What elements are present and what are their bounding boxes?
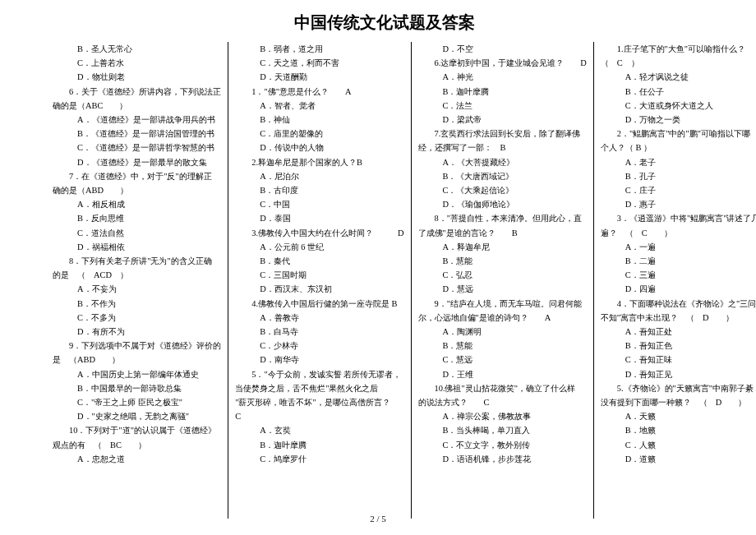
text-line: C．大道或身怀大道之人: [601, 99, 756, 113]
text-line: D．语语机锋，步步莲花: [418, 452, 587, 466]
text-line: 6.达摩初到中国，于建业城会见谁？ D: [418, 56, 587, 70]
text-line: D．不空: [418, 42, 587, 56]
text-line: 5．"今于众前，发诚实誓 若所传无谬者，: [235, 367, 403, 381]
text-line: D．惠子: [601, 197, 756, 211]
text-line: 2．"鲲鹏寓言"中的"鹏"可喻指以下哪: [601, 127, 756, 141]
text-line: A．释迦牟尼: [418, 240, 587, 254]
text-line: 9．"结庐在人境，而无车马喧。问君何能: [418, 297, 587, 311]
page-number: 2 / 5: [0, 514, 756, 523]
text-line: A．《道德经》是一部讲战争用兵的书: [53, 113, 221, 127]
text-line: B．《道德经》是一部讲治国管理的书: [53, 127, 221, 141]
text-line: D．天道酬勤: [235, 70, 403, 84]
text-line: D．吾知正见: [601, 367, 756, 381]
text-line: 3.佛教传入中国大约在什么时间？ D: [235, 226, 403, 240]
text-line: B．弱者，道之用: [235, 42, 403, 56]
text-line: C．慧远: [418, 353, 587, 367]
text-line: 1.庄子笔下的"大鱼"可以喻指什么？: [601, 42, 756, 56]
text-line: B．古印度: [235, 183, 403, 197]
text-line: D．物壮则老: [53, 70, 221, 84]
text-line: 遍？ （ C ）: [601, 226, 756, 240]
text-line: A．老子: [601, 155, 756, 169]
text-line: 2.释迦牟尼是那个国家的人？B: [235, 155, 403, 169]
text-line: 4．下面哪种说法在《齐物论》之"三问三: [601, 297, 756, 311]
text-line: A．轻才讽说之徒: [601, 70, 756, 84]
text-line: C．庄子: [601, 183, 756, 197]
text-line: B．白马寺: [235, 325, 403, 339]
text-line: B．地籁: [601, 423, 756, 437]
text-line: B．反向思维: [53, 211, 221, 225]
text-line: C．道法自然: [53, 226, 221, 240]
text-line: D．《瑜伽师地论》: [418, 197, 587, 211]
text-line: A．陶渊明: [418, 325, 587, 339]
text-line: A．尼泊尔: [235, 169, 403, 183]
text-line: A．天籁: [601, 409, 756, 423]
text-line: 观点的有 （ BC ）: [53, 438, 221, 452]
text-line: D．慧远: [418, 282, 587, 296]
text-line: B．神仙: [235, 113, 403, 127]
text-line: B．圣人无常心: [53, 42, 221, 56]
text-line: D．祸福相依: [53, 240, 221, 254]
text-line: C．人籁: [601, 438, 756, 452]
text-line: D．传说中的人物: [235, 141, 403, 155]
text-line: 的说法方式？ C: [418, 395, 587, 409]
text-line: 当使焚身之后，舌不焦烂"果然火化之后: [235, 381, 403, 395]
text-line: 5.《齐物论》的"天籁寓言"中南郭子綦: [601, 381, 756, 395]
text-line: C．《大乘起信论》: [418, 183, 587, 197]
text-line: B．迦叶摩腾: [418, 85, 587, 99]
text-line: D．万物之一类: [601, 113, 756, 127]
text-line: 8．下列有关老子所讲"无为"的含义正确: [53, 254, 221, 268]
text-line: D．西汉末、东汉初: [235, 282, 403, 296]
text-line: A．玄奘: [235, 423, 403, 437]
text-line: 是 （ABD ）: [53, 353, 221, 367]
text-line: C．上善若水: [53, 56, 221, 70]
text-line: 9．下列选项中不属于对《道德经》评价的: [53, 339, 221, 353]
text-line: C．"帝王之上师 臣民之极宝": [53, 395, 221, 409]
page-title: 中国传统文化试题及答案: [46, 12, 723, 34]
text-line: 尔，心远地自偏"是谁的诗句？ A: [418, 311, 587, 325]
text-line: B．任公子: [601, 85, 756, 99]
text-line: A．智者、觉者: [235, 99, 403, 113]
text-line: D．"史家之绝唱，无韵之离骚": [53, 409, 221, 423]
text-line: C．少林寺: [235, 339, 403, 353]
text-line: "薪灭形碎，唯舌不坏"，是哪位高僧所言？: [235, 395, 403, 409]
text-line: 个人？（ B ）: [601, 141, 756, 155]
text-line: 没有提到下面哪一种籁？ （ D ）: [601, 395, 756, 409]
text-line: B．慧能: [418, 254, 587, 268]
text-line: C．天之道，利而不害: [235, 56, 403, 70]
text-line: A．吾知正处: [601, 325, 756, 339]
text-line: 的是 （ ACD ）: [53, 268, 221, 282]
text-line: B．慧能: [418, 339, 587, 353]
text-line: 1．"佛"意思是什么？ A: [235, 85, 403, 99]
text-line: 3．《逍遥游》中将"鲲鹏寓言"讲述了几: [601, 211, 756, 225]
text-line: A．不妄为: [53, 282, 221, 296]
text-line: 8．"菩提自性，本来清净。但用此心，直: [418, 211, 587, 225]
text-line: 7．在《道德经》中，对于"反"的理解正: [53, 169, 221, 183]
text-line: C: [235, 409, 403, 423]
text-line: D．泰国: [235, 211, 403, 225]
text-line: 7.玄奘西行求法回到长安后，除了翻译佛: [418, 127, 587, 141]
text-line: A．神光: [418, 70, 587, 84]
text-line: C．不立文字，教外别传: [418, 438, 587, 452]
text-line: A．公元前 6 世纪: [235, 240, 403, 254]
text-line: 10.佛祖"灵山拈花微笑"，确立了什么样: [418, 381, 587, 395]
text-line: 6．关于《道德经》所讲内容，下列说法正: [53, 85, 221, 99]
text-line: D．四遍: [601, 282, 756, 296]
text-line: B．不作为: [53, 297, 221, 311]
text-line: D．王维: [418, 367, 587, 381]
column-3: D．不空 6.达摩初到中国，于建业城会见谁？ D A．神光 B．迦叶摩腾 C．法…: [411, 42, 593, 519]
text-line: D．《道德经》是一部最早的散文集: [53, 155, 221, 169]
text-line: 确的是（ABD ）: [53, 183, 221, 197]
text-line: 经，还撰写了一部： B: [418, 141, 587, 155]
text-line: C．鸠摩罗什: [235, 452, 403, 466]
text-line: D．梁武帝: [418, 113, 587, 127]
text-line: A．中国历史上第一部编年体通史: [53, 367, 221, 381]
text-line: C．庙里的塑像的: [235, 127, 403, 141]
text-line: A．一遍: [601, 240, 756, 254]
text-line: B．孔子: [601, 169, 756, 183]
text-line: C．弘忍: [418, 268, 587, 282]
text-line: C．吾知正味: [601, 353, 756, 367]
text-line: B．二遍: [601, 254, 756, 268]
text-line: B．吾知正色: [601, 339, 756, 353]
column-container: B．圣人无常心 C．上善若水 D．物壮则老 6．关于《道德经》所讲内容，下列说法…: [46, 42, 723, 519]
text-line: 了成佛"是谁的言论？ B: [418, 226, 587, 240]
